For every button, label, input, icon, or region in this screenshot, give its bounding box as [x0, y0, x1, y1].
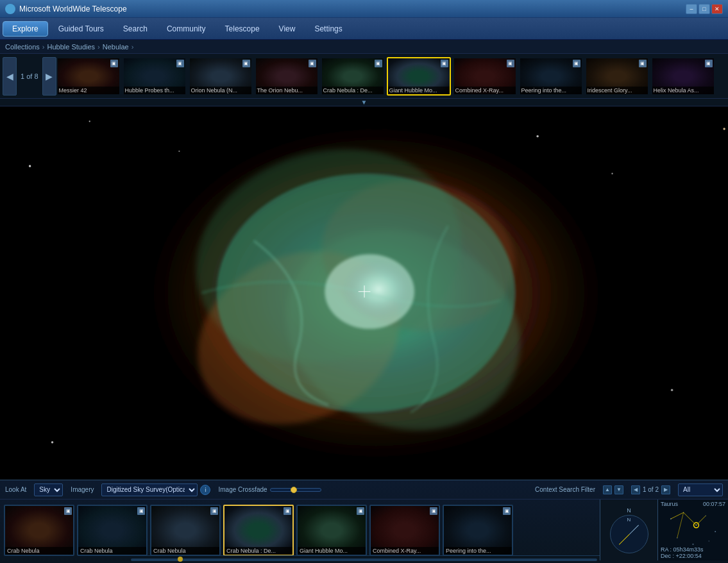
crossfade-track[interactable]: [270, 488, 321, 492]
context-filter-select[interactable]: All: [678, 483, 723, 496]
top-thumb-t6[interactable]: ▣ Giant Hubble Mo...: [387, 57, 451, 96]
breadcrumb-collections[interactable]: Collections: [5, 43, 40, 51]
skymap-header: Taurus 00:07:57: [661, 501, 725, 507]
menu-bar: Explore Guided Tours Search Community Te…: [0, 18, 728, 40]
bottom-thumb-b7[interactable]: ▣ Peering into the...: [443, 505, 513, 556]
breadcrumb-sep-2: ›: [97, 43, 100, 51]
thumb-label-t7: Combined X-Ray...: [454, 87, 516, 94]
context-next-button[interactable]: ▶: [661, 485, 670, 494]
thumb-label-t2: Hubble Probes th...: [124, 87, 185, 94]
imagery-select[interactable]: Digitized Sky Survey(Optical....: [101, 483, 198, 496]
svg-point-10: [51, 441, 53, 443]
bottom-thumb-b6[interactable]: ▣ Combined X-Ray...: [369, 505, 440, 556]
bottom-thumb-b1[interactable]: ▣ Crab Nebula: [4, 505, 74, 556]
app-icon: [5, 4, 15, 14]
svg-point-11: [671, 389, 673, 391]
dec-coordinate: Dec : +22:00:54: [661, 553, 704, 559]
minimize-button[interactable]: –: [686, 4, 697, 14]
controls-row: Look At Sky Imagery Digitized Sky Survey…: [0, 480, 728, 500]
menu-telescope[interactable]: Telescope: [216, 22, 269, 36]
thumb-icon-t1: ▣: [110, 60, 118, 67]
b-thumb-icon-b7: ▣: [503, 507, 511, 515]
thumb-icon-t5: ▣: [375, 60, 382, 67]
top-thumb-t3[interactable]: ▣ Orion Nebula (N...: [189, 57, 253, 96]
nebula-display: [0, 106, 728, 480]
crossfade-knob[interactable]: [291, 487, 297, 493]
imagery-info-button[interactable]: i: [200, 485, 210, 495]
thumb-icon-t2: ▣: [176, 60, 184, 67]
compass-needle: [618, 534, 629, 544]
thumb-label-t3: Orion Nebula (N...: [190, 87, 251, 94]
breadcrumb-sep-1: ›: [42, 43, 45, 51]
imagery-group: Imagery: [71, 486, 94, 493]
b-thumb-icon-b3: ▣: [210, 507, 218, 515]
top-thumb-t2[interactable]: ▣ Hubble Probes th...: [123, 57, 187, 96]
menu-settings[interactable]: Settings: [305, 22, 351, 36]
bottom-bar: Look At Sky Imagery Digitized Sky Survey…: [0, 480, 728, 563]
compass-needle-2: [629, 525, 639, 534]
thumb-label-t4: The Orion Nebu...: [256, 87, 317, 94]
menu-search[interactable]: Search: [114, 22, 157, 36]
svg-point-32: [693, 544, 694, 545]
compass-widget: N N: [600, 500, 657, 560]
imagery-label: Imagery: [71, 486, 94, 493]
close-button[interactable]: ✕: [711, 4, 723, 14]
b-thumb-icon-b5: ▣: [357, 507, 364, 515]
collapse-strip-button[interactable]: ▼: [0, 99, 728, 106]
top-thumb-t10[interactable]: ▣ Helix Nebula As...: [651, 57, 715, 96]
breadcrumb-sep-3: ›: [131, 43, 134, 51]
b-thumb-label-b6: Combined X-Ray...: [371, 547, 439, 555]
strip-prev-button[interactable]: ◀: [3, 57, 17, 96]
maximize-button[interactable]: □: [698, 4, 710, 14]
b-thumb-label-b7: Peering into the...: [444, 547, 512, 555]
context-prev-button[interactable]: ◀: [631, 485, 640, 494]
compass-north-label: N: [627, 507, 631, 514]
thumb-icon-t6: ▣: [441, 60, 448, 67]
top-thumb-t9[interactable]: ▣ Iridescent Glory...: [585, 57, 649, 96]
b-thumb-label-b2: Crab Nebula: [78, 547, 146, 555]
breadcrumb: Collections › Hubble Studies › Nebulae ›: [0, 40, 728, 54]
top-thumbnail-strip: ◀ 1 of 8 ▶ ▣ Messier 42 ▣ Hubble Probes …: [0, 54, 728, 99]
context-search-group: Context Search Filter: [535, 486, 595, 493]
thumb-icon-t7: ▣: [507, 60, 514, 67]
context-down-button[interactable]: ▼: [614, 485, 623, 494]
crossfade-group: Image Crossfade: [218, 486, 321, 493]
crossfade-label: Image Crossfade: [218, 486, 267, 493]
menu-explore[interactable]: Explore: [3, 21, 48, 37]
bottom-thumb-b3[interactable]: ▣ Crab Nebula: [150, 505, 221, 556]
menu-view[interactable]: View: [270, 22, 305, 36]
bottom-thumb-b5[interactable]: ▣ Giant Hubble Mo...: [296, 505, 367, 556]
b-thumb-icon-b1: ▣: [64, 507, 72, 515]
look-at-select[interactable]: Sky: [34, 483, 63, 496]
imagery-select-group: Digitized Sky Survey(Optical.... i: [101, 483, 210, 496]
context-page: 1 of 2: [643, 486, 659, 493]
sky-map-widget: Taurus 00:07:57 RA :: [657, 500, 728, 560]
context-up-button[interactable]: ▲: [603, 485, 612, 494]
top-thumb-t1[interactable]: ▣ Messier 42: [56, 57, 121, 96]
top-thumb-t5[interactable]: ▣ Crab Nebula : De...: [321, 57, 385, 96]
look-at-group: Look At: [5, 486, 26, 493]
strip-next-button[interactable]: ▶: [42, 57, 56, 96]
svg-point-33: [708, 541, 709, 542]
title-bar: Microsoft WorldWide Telescope – □ ✕: [0, 0, 728, 18]
top-thumb-t8[interactable]: ▣ Peering into the...: [519, 57, 583, 96]
zoom-slider[interactable]: [131, 559, 597, 561]
look-at-label: Look At: [5, 486, 26, 493]
top-thumb-t4[interactable]: ▣ The Orion Nebu...: [255, 57, 319, 96]
menu-community[interactable]: Community: [158, 22, 215, 36]
thumb-icon-t10: ▣: [705, 60, 713, 67]
svg-point-4: [178, 151, 180, 152]
zoom-slider-knob[interactable]: [178, 557, 183, 562]
b-thumb-label-b3: Crab Nebula: [151, 547, 219, 555]
breadcrumb-nebulae[interactable]: Nebulae: [103, 43, 129, 51]
thumb-icon-t9: ▣: [639, 60, 647, 67]
bottom-thumb-b4[interactable]: ▣ Crab Nebula : De...: [223, 505, 294, 556]
thumb-icon-t3: ▣: [242, 60, 250, 67]
main-view[interactable]: [0, 106, 728, 480]
breadcrumb-hubble[interactable]: Hubble Studies: [47, 43, 95, 51]
svg-point-3: [89, 121, 90, 122]
menu-guided-tours[interactable]: Guided Tours: [49, 22, 113, 36]
top-thumb-t7[interactable]: ▣ Combined X-Ray...: [453, 57, 517, 96]
bottom-thumb-b2[interactable]: ▣ Crab Nebula: [77, 505, 148, 556]
bottom-thumbnail-strip: ▣ Crab Nebula ▣ Crab Nebula ▣ Crab Nebul…: [0, 500, 600, 560]
